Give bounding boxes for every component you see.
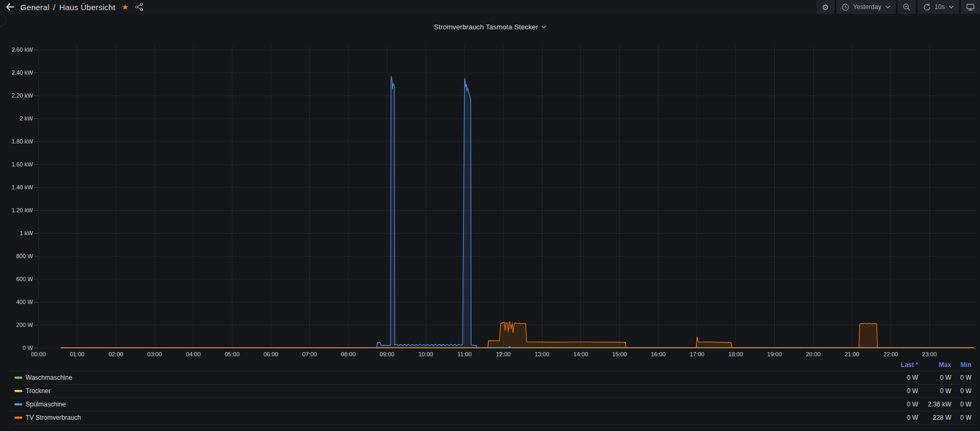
x-axis-tick-label: 02:00 (109, 351, 124, 357)
x-axis-tick-label: 16:00 (651, 351, 666, 357)
x-axis-tick-label: 23:00 (922, 351, 937, 357)
x-axis-tick-label: 11:00 (457, 351, 472, 357)
y-axis-tick-label: 1.20 kW (12, 207, 34, 213)
x-axis-tick-label: 08:00 (341, 351, 356, 357)
series-color-swatch[interactable] (14, 377, 22, 379)
series-name[interactable]: Spülmaschine (26, 401, 66, 408)
legend-row-waschmaschine: Waschmaschine 0 W 0 W 0 W (0, 371, 980, 384)
x-axis-tick-label: 01:00 (70, 351, 85, 357)
y-axis-tick-label: 1.80 kW (12, 138, 34, 145)
x-axis-tick-label: 09:00 (380, 351, 395, 357)
legend-row-spuelmaschine: Spülmaschine 0 W 2.36 kW 0 W (0, 398, 980, 411)
x-axis-tick-label: 20:00 (806, 351, 821, 357)
legend-row-trockner: Trockner 0 W 0 W 0 W (0, 385, 980, 397)
x-axis-tick-label: 12:00 (496, 351, 511, 357)
legend-header-min[interactable]: Min (939, 361, 971, 369)
x-axis-tick-label: 00:00 (31, 351, 46, 357)
x-axis-tick-label: 18:00 (728, 351, 743, 357)
x-axis-tick-label: 03:00 (147, 351, 162, 357)
y-axis-tick-label: 2.20 kW (12, 92, 34, 99)
x-axis-tick-label: 21:00 (845, 351, 860, 357)
series-name[interactable]: Trockner (26, 387, 51, 395)
series-min-value: 0 W (939, 374, 971, 381)
x-axis-tick-label: 04:00 (186, 351, 201, 357)
series-min-value: 0 W (939, 414, 971, 421)
series-color-swatch[interactable] (14, 390, 22, 392)
x-axis-tick-label: 22:00 (884, 351, 898, 357)
x-axis-tick-label: 06:00 (263, 351, 278, 357)
x-axis-tick-label: 14:00 (573, 351, 588, 357)
series-line-Spülmaschine (61, 76, 511, 348)
x-axis-tick-label: 19:00 (767, 351, 782, 357)
x-axis-tick-label: 10:00 (418, 351, 433, 357)
y-axis-tick-label: 600 W (16, 276, 33, 282)
y-axis-tick-label: 0 W (22, 345, 33, 351)
x-axis-tick-label: 15:00 (612, 351, 627, 357)
series-name[interactable]: TV Stromverbrauch (26, 414, 81, 421)
y-axis-tick-label: 2 kW (20, 115, 34, 122)
series-area-Spülmaschine (61, 76, 511, 348)
series-color-swatch[interactable] (14, 403, 22, 405)
y-axis-tick-label: 200 W (16, 322, 33, 328)
legend-separator (10, 424, 976, 425)
x-axis-tick-label: 07:00 (302, 351, 317, 357)
x-axis-tick-label: 13:00 (534, 351, 549, 357)
y-axis-tick-label: 1.40 kW (12, 184, 34, 190)
y-axis-tick-label: 1 kW (20, 230, 34, 236)
y-axis-tick-label: 400 W (16, 299, 33, 305)
series-min-value: 0 W (939, 401, 971, 408)
series-area-TV Stromverbrauch (61, 322, 974, 348)
y-axis-tick-label: 2.60 kW (12, 46, 34, 53)
series-name[interactable]: Waschmaschine (26, 374, 72, 381)
legend-header-row: Last * Max Min (0, 361, 980, 370)
series-color-swatch[interactable] (14, 417, 22, 419)
time-series-chart[interactable]: 00:0001:0002:0003:0004:0005:0006:0007:00… (0, 0, 980, 361)
y-axis-tick-label: 1.60 kW (12, 161, 34, 167)
x-axis-tick-label: 17:00 (690, 351, 704, 357)
y-axis-tick-label: 2.40 kW (12, 69, 34, 76)
series-min-value: 0 W (939, 387, 971, 395)
y-axis-tick-label: 800 W (16, 253, 33, 259)
x-axis-tick-label: 05:00 (225, 351, 240, 357)
legend-row-tv-stromverbrauch: TV Stromverbrauch 0 W 228 W 0 W (0, 411, 980, 424)
grafana-dashboard: General / Haus Übersicht ★ ⚙ (0, 0, 980, 431)
